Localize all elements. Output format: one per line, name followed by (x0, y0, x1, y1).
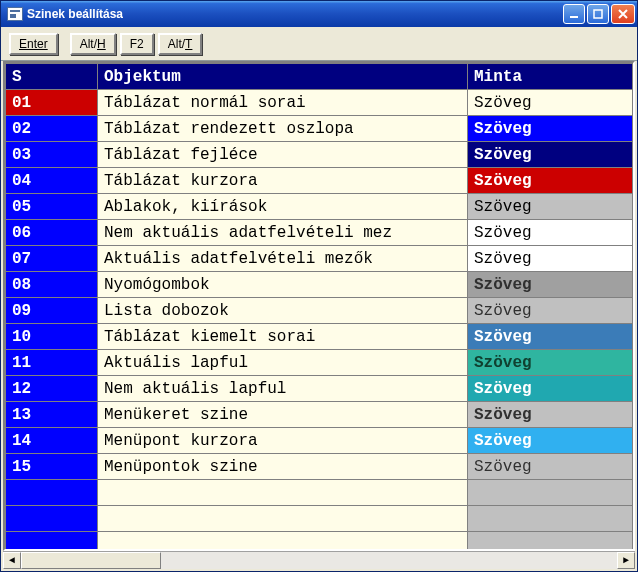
objektum-cell[interactable]: Aktuális adatfelvételi mezők (98, 246, 468, 272)
minta-cell[interactable]: Szöveg (468, 324, 633, 350)
window-title: Szinek beállítása (27, 7, 563, 21)
svg-rect-1 (594, 10, 602, 18)
col-header-objektum[interactable]: Objektum (98, 64, 468, 90)
objektum-cell[interactable]: Lista dobozok (98, 298, 468, 324)
table-row[interactable]: 10Táblázat kiemelt soraiSzöveg (6, 324, 633, 350)
objektum-cell[interactable]: Táblázat rendezett oszlopa (98, 116, 468, 142)
objektum-cell-empty (98, 506, 468, 532)
s-cell[interactable]: 13 (6, 402, 98, 428)
minta-cell[interactable]: Szöveg (468, 298, 633, 324)
table-row[interactable]: 06Nem aktuális adatfelvételi mezSzöveg (6, 220, 633, 246)
s-cell[interactable]: 07 (6, 246, 98, 272)
minta-cell[interactable]: Szöveg (468, 116, 633, 142)
horizontal-scrollbar[interactable]: ◄ ► (3, 551, 635, 569)
objektum-cell[interactable]: Táblázat kiemelt sorai (98, 324, 468, 350)
table-row[interactable]: 11Aktuális lapfulSzöveg (6, 350, 633, 376)
s-cell-empty (6, 480, 98, 506)
s-cell[interactable]: 06 (6, 220, 98, 246)
table-row[interactable]: 08NyomógombokSzöveg (6, 272, 633, 298)
enter-button[interactable]: Enter (9, 33, 58, 55)
table-row[interactable]: 07Aktuális adatfelvételi mezőkSzöveg (6, 246, 633, 272)
toolbar: Enter Alt/H F2 Alt/T (1, 27, 637, 61)
minta-cell[interactable]: Szöveg (468, 246, 633, 272)
minta-cell[interactable]: Szöveg (468, 402, 633, 428)
s-cell[interactable]: 04 (6, 168, 98, 194)
s-cell[interactable]: 05 (6, 194, 98, 220)
client-area: S Objektum Minta 01Táblázat normál sorai… (1, 61, 637, 571)
objektum-cell[interactable]: Táblázat normál sorai (98, 90, 468, 116)
minta-cell-empty (468, 532, 633, 552)
s-cell[interactable]: 08 (6, 272, 98, 298)
minta-cell[interactable]: Szöveg (468, 454, 633, 480)
table-row-empty (6, 480, 633, 506)
table-header-row: S Objektum Minta (6, 64, 633, 90)
minta-cell[interactable]: Szöveg (468, 90, 633, 116)
objektum-cell[interactable]: Táblázat fejléce (98, 142, 468, 168)
objektum-cell[interactable]: Menükeret szine (98, 402, 468, 428)
maximize-button[interactable] (587, 4, 609, 24)
window-controls (563, 4, 635, 24)
table-row-empty (6, 532, 633, 552)
objektum-cell[interactable]: Aktuális lapful (98, 350, 468, 376)
objektum-cell[interactable]: Ablakok, kiírások (98, 194, 468, 220)
f2-button[interactable]: F2 (120, 33, 154, 55)
color-table[interactable]: S Objektum Minta 01Táblázat normál sorai… (5, 63, 633, 551)
s-cell[interactable]: 03 (6, 142, 98, 168)
close-button[interactable] (611, 4, 635, 24)
app-icon (7, 7, 23, 21)
scroll-thumb[interactable] (21, 552, 161, 569)
table-row[interactable]: 01Táblázat normál soraiSzöveg (6, 90, 633, 116)
s-cell[interactable]: 02 (6, 116, 98, 142)
s-cell[interactable]: 12 (6, 376, 98, 402)
minta-cell-empty (468, 480, 633, 506)
table-row[interactable]: 05Ablakok, kiírásokSzöveg (6, 194, 633, 220)
objektum-cell-empty (98, 532, 468, 552)
table-row[interactable]: 15Menüpontok szineSzöveg (6, 454, 633, 480)
s-cell[interactable]: 15 (6, 454, 98, 480)
s-cell[interactable]: 10 (6, 324, 98, 350)
objektum-cell[interactable]: Menüpont kurzora (98, 428, 468, 454)
scroll-track[interactable] (21, 552, 617, 569)
minta-cell[interactable]: Szöveg (468, 168, 633, 194)
minimize-button[interactable] (563, 4, 585, 24)
scroll-right-button[interactable]: ► (617, 552, 635, 569)
table-row[interactable]: 03Táblázat fejléceSzöveg (6, 142, 633, 168)
table-row[interactable]: 12Nem aktuális lapfulSzöveg (6, 376, 633, 402)
objektum-cell[interactable]: Táblázat kurzora (98, 168, 468, 194)
table-row-empty (6, 506, 633, 532)
minta-cell[interactable]: Szöveg (468, 376, 633, 402)
svg-rect-0 (570, 16, 578, 18)
titlebar[interactable]: Szinek beállítása (1, 1, 637, 27)
minta-cell[interactable]: Szöveg (468, 428, 633, 454)
s-cell[interactable]: 14 (6, 428, 98, 454)
objektum-cell[interactable]: Nyomógombok (98, 272, 468, 298)
table-row[interactable]: 14Menüpont kurzoraSzöveg (6, 428, 633, 454)
table-row[interactable]: 13Menükeret szineSzöveg (6, 402, 633, 428)
minta-cell[interactable]: Szöveg (468, 272, 633, 298)
col-header-minta[interactable]: Minta (468, 64, 633, 90)
s-cell[interactable]: 09 (6, 298, 98, 324)
table-row[interactable]: 02Táblázat rendezett oszlopaSzöveg (6, 116, 633, 142)
toolbar-group: Alt/H F2 Alt/T (70, 33, 203, 55)
objektum-cell-empty (98, 480, 468, 506)
minta-cell[interactable]: Szöveg (468, 350, 633, 376)
objektum-cell[interactable]: Nem aktuális adatfelvételi mez (98, 220, 468, 246)
minta-cell[interactable]: Szöveg (468, 220, 633, 246)
s-cell[interactable]: 11 (6, 350, 98, 376)
window: Szinek beállítása Enter Alt/H F2 Alt/T (0, 0, 638, 572)
minta-cell-empty (468, 506, 633, 532)
grid-wrap: S Objektum Minta 01Táblázat normál sorai… (3, 61, 635, 551)
minta-cell[interactable]: Szöveg (468, 142, 633, 168)
objektum-cell[interactable]: Menüpontok szine (98, 454, 468, 480)
alt-t-button[interactable]: Alt/T (158, 33, 203, 55)
objektum-cell[interactable]: Nem aktuális lapful (98, 376, 468, 402)
table-row[interactable]: 04Táblázat kurzoraSzöveg (6, 168, 633, 194)
scroll-left-button[interactable]: ◄ (3, 552, 21, 569)
minta-cell[interactable]: Szöveg (468, 194, 633, 220)
table-row[interactable]: 09Lista dobozokSzöveg (6, 298, 633, 324)
s-cell-empty (6, 506, 98, 532)
s-cell-empty (6, 532, 98, 552)
col-header-s[interactable]: S (6, 64, 98, 90)
s-cell[interactable]: 01 (6, 90, 98, 116)
alt-h-button[interactable]: Alt/H (70, 33, 116, 55)
